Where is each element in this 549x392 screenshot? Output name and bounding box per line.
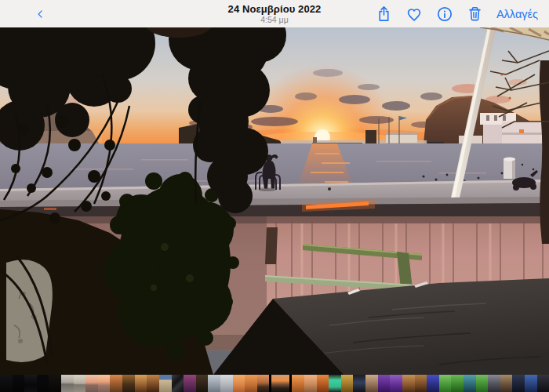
- filmstrip-thumbnail[interactable]: [110, 375, 122, 392]
- filmstrip-thumbnail[interactable]: [378, 375, 391, 392]
- delete-button[interactable]: [467, 5, 483, 23]
- filmstrip-thumbnail[interactable]: [147, 375, 159, 392]
- filmstrip-thumbnail[interactable]: [439, 375, 452, 392]
- filmstrip-thumbnail[interactable]: [208, 375, 220, 392]
- filmstrip-thumbnail[interactable]: [98, 375, 111, 392]
- filmstrip-thumbnail[interactable]: [304, 375, 317, 392]
- photo-date-title: 24 Νοεμβρίου 2022: [228, 4, 322, 15]
- filmstrip: [0, 375, 549, 392]
- filmstrip-thumbnail[interactable]: [159, 375, 172, 392]
- trash-icon: [467, 5, 483, 23]
- back-button[interactable]: [0, 0, 47, 27]
- filmstrip-thumbnail[interactable]: [24, 375, 37, 392]
- photo-time-subtitle: 4:54 μμ: [260, 15, 288, 24]
- filmstrip-thumbnail[interactable]: [476, 375, 489, 392]
- filmstrip-thumbnail[interactable]: [317, 375, 329, 392]
- photo-viewer[interactable]: [0, 27, 549, 375]
- filmstrip-thumbnail[interactable]: [184, 375, 196, 392]
- filmstrip-thumbnail[interactable]: [220, 375, 233, 392]
- filmstrip-thumbnail[interactable]: [122, 375, 135, 392]
- filmstrip-thumbnail[interactable]: [451, 375, 464, 392]
- filmstrip-thumbnail[interactable]: [500, 375, 513, 392]
- sunset-harbor-photo: [0, 27, 549, 375]
- filmstrip-thumbnail[interactable]: [13, 375, 25, 392]
- filmstrip-thumbnail[interactable]: [415, 375, 427, 392]
- filmstrip-thumbnail[interactable]: [257, 375, 270, 392]
- filmstrip-thumbnail[interactable]: [245, 375, 257, 392]
- filmstrip-thumbnail[interactable]: [488, 375, 500, 392]
- filmstrip-thumbnail[interactable]: [135, 375, 147, 392]
- action-buttons: Αλλαγές: [376, 5, 549, 23]
- filmstrip-thumbnail[interactable]: [525, 375, 537, 392]
- chevron-left-icon: [38, 5, 42, 23]
- filmstrip-thumbnail[interactable]: [37, 375, 49, 392]
- favorite-button[interactable]: [405, 5, 423, 23]
- filmstrip-thumbnail[interactable]: [196, 375, 209, 392]
- info-button[interactable]: [436, 5, 453, 23]
- filmstrip-thumbnail[interactable]: [49, 375, 61, 392]
- filmstrip-thumbnail[interactable]: [341, 375, 354, 392]
- filmstrip-thumbnail[interactable]: [329, 375, 341, 392]
- edit-button[interactable]: Αλλαγές: [496, 8, 538, 20]
- info-icon: [436, 5, 453, 23]
- filmstrip-thumbnail[interactable]: [74, 375, 86, 392]
- filmstrip-thumbnail[interactable]: [172, 375, 184, 392]
- filmstrip-thumbnail[interactable]: [464, 375, 476, 392]
- filmstrip-thumbnail[interactable]: [61, 375, 74, 392]
- share-button[interactable]: [376, 5, 392, 23]
- filmstrip-thumbnail[interactable]: [233, 375, 245, 392]
- filmstrip-thumbnail[interactable]: [85, 375, 98, 392]
- filmstrip-thumbnail[interactable]: [427, 375, 439, 392]
- filmstrip-thumbnail[interactable]: [365, 375, 378, 392]
- filmstrip-thumbnail-selected[interactable]: [271, 375, 289, 392]
- filmstrip-thumbnail[interactable]: [512, 375, 525, 392]
- white-cylinder: [504, 158, 515, 180]
- photos-app-screen: 24 Νοεμβρίου 2022 4:54 μμ: [0, 0, 549, 392]
- filmstrip-thumbnail[interactable]: [353, 375, 365, 392]
- filmstrip-thumbnail[interactable]: [390, 375, 402, 392]
- share-icon: [376, 5, 392, 23]
- filmstrip-thumbnail[interactable]: [537, 375, 549, 392]
- filmstrip-thumbnail[interactable]: [0, 375, 13, 392]
- filmstrip-thumbnail[interactable]: [292, 375, 304, 392]
- filmstrip-thumbnail[interactable]: [402, 375, 415, 392]
- top-navigation-bar: 24 Νοεμβρίου 2022 4:54 μμ: [0, 0, 549, 27]
- heart-icon: [405, 5, 423, 23]
